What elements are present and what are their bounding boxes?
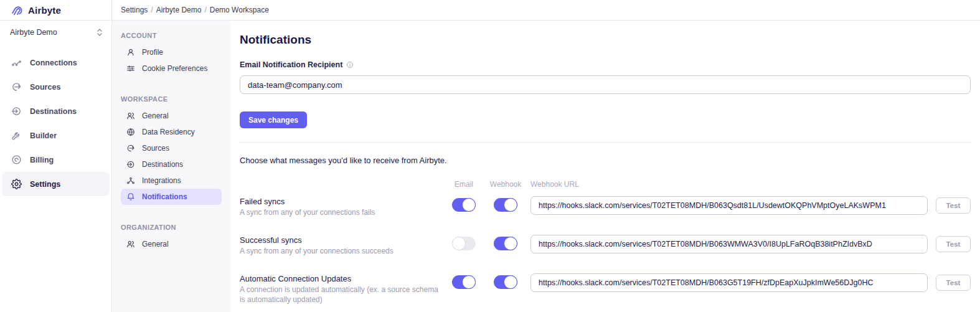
globe-icon	[126, 128, 136, 136]
settings-section-title: ORGANIZATION	[121, 224, 222, 231]
workspace-name: Airbyte Demo	[10, 28, 57, 37]
source-icon	[11, 82, 22, 92]
breadcrumb-item[interactable]: Airbyte Demo	[156, 6, 202, 14]
webhook-toggle[interactable]	[494, 198, 517, 212]
chevron-updown-icon	[97, 28, 103, 37]
settings-section-title: ACCOUNT	[121, 32, 222, 39]
info-icon[interactable]	[346, 61, 354, 69]
notification-description: A connection is updated automatically (e…	[240, 285, 443, 305]
toggle-knob	[462, 275, 476, 289]
main-sidebar: Airbyte Airbyte Demo Connections	[0, 0, 112, 312]
source-icon	[126, 144, 136, 153]
sidebar-item-settings[interactable]: Settings	[2, 172, 110, 196]
settings-nav-label: Data Residency	[142, 128, 195, 136]
toggle-knob	[504, 275, 517, 289]
settings-nav-label: Integrations	[142, 176, 181, 185]
settings-nav-label: Notifications	[142, 192, 187, 201]
sidebar-item-label: Builder	[30, 131, 57, 140]
email-toggle[interactable]	[452, 237, 476, 250]
webhook-url-input[interactable]	[530, 196, 928, 215]
webhook-url-input[interactable]	[530, 273, 928, 292]
settings-nav-item-destinations[interactable]: Destinations	[121, 156, 222, 173]
notifications-table-header: Email Webhook Webhook URL	[240, 180, 971, 189]
settings-nav-item-sources[interactable]: Sources	[121, 140, 222, 156]
users-icon	[126, 240, 136, 248]
toggle-knob	[452, 237, 466, 250]
destination-icon	[126, 160, 136, 169]
test-button[interactable]: Test	[936, 275, 971, 291]
section-divider	[240, 142, 971, 143]
sidebar-item-label: Destinations	[30, 107, 77, 116]
breadcrumb: Settings/Airbyte Demo/Demo Workspace	[121, 6, 269, 14]
settings-nav-item-cookie-preferences[interactable]: Cookie Preferences	[121, 60, 222, 77]
email-toggle[interactable]	[452, 198, 476, 212]
settings-nav-item-notifications[interactable]: Notifications	[121, 189, 222, 205]
settings-nav-item-general[interactable]: General	[121, 108, 222, 124]
breadcrumb-item[interactable]: Settings	[121, 6, 148, 14]
sidebar-item-destinations[interactable]: Destinations	[2, 99, 110, 123]
email-toggle[interactable]	[452, 275, 476, 289]
test-button[interactable]: Test	[936, 197, 971, 214]
airbyte-logo-icon	[10, 3, 24, 17]
coin-icon	[11, 154, 22, 165]
user-icon	[126, 48, 136, 57]
notification-row: Failed syncs A sync from any of your con…	[240, 196, 971, 217]
top-bar: Settings/Airbyte Demo/Demo Workspace	[112, 0, 980, 21]
email-recipient-input[interactable]	[240, 75, 971, 94]
toggle-knob	[462, 198, 476, 212]
sliders-icon	[126, 64, 136, 73]
gear-icon	[11, 179, 22, 189]
airbyte-logo[interactable]: Airbyte	[10, 3, 61, 17]
breadcrumb-separator: /	[151, 6, 153, 14]
notification-title: Failed syncs	[240, 196, 443, 207]
notification-row: Automatic Connection Updates A connectio…	[240, 273, 971, 305]
toggle-knob	[504, 198, 517, 212]
settings-nav-label: General	[142, 240, 169, 248]
webhook-toggle[interactable]	[494, 237, 517, 250]
settings-nav: ACCOUNT Profile	[112, 21, 230, 312]
settings-nav-item-profile[interactable]: Profile	[121, 44, 222, 60]
wrench-icon	[11, 130, 22, 141]
settings-nav-item-org-general[interactable]: General	[121, 236, 222, 252]
sidebar-item-label: Billing	[30, 156, 54, 164]
notification-title: Automatic Connection Updates	[240, 273, 443, 284]
workspace-selector[interactable]: Airbyte Demo	[0, 23, 111, 42]
destination-icon	[11, 106, 22, 116]
sidebar-item-billing[interactable]: Billing	[2, 148, 110, 172]
settings-nav-item-integrations[interactable]: Integrations	[121, 173, 222, 189]
settings-nav-label: Sources	[142, 144, 169, 153]
logo-row: Airbyte	[0, 0, 111, 21]
notification-description: A sync from any of your connections succ…	[240, 246, 443, 256]
sidebar-item-label: Sources	[30, 83, 60, 92]
notifications-page: Notifications Email Notification Recipie…	[230, 21, 980, 312]
column-header-webhook: Webhook	[490, 180, 521, 189]
brand-name: Airbyte	[28, 5, 61, 16]
email-recipient-label: Email Notification Recipient	[240, 60, 342, 69]
settings-nav-label: Destinations	[142, 160, 183, 169]
test-button[interactable]: Test	[936, 236, 971, 252]
notification-description: A sync from any of your connections fail…	[240, 207, 443, 217]
users-icon	[126, 111, 136, 120]
webhook-toggle[interactable]	[494, 275, 517, 289]
notification-row: Successful syncs A sync from any of your…	[240, 235, 971, 256]
connections-icon	[11, 57, 22, 68]
breadcrumb-item[interactable]: Demo Workspace	[210, 6, 269, 14]
settings-nav-label: General	[142, 111, 169, 120]
app-window: Airbyte Airbyte Demo Connections	[0, 0, 980, 312]
webhook-url-input[interactable]	[530, 235, 928, 253]
settings-nav-label: Profile	[142, 48, 163, 57]
sidebar-item-sources[interactable]: Sources	[2, 75, 110, 99]
breadcrumb-separator: /	[204, 6, 206, 14]
toggle-knob	[504, 237, 517, 250]
save-changes-button[interactable]: Save changes	[240, 111, 307, 128]
sidebar-item-label: Settings	[30, 180, 60, 189]
settings-nav-label: Cookie Preferences	[142, 64, 207, 73]
sidebar-item-connections[interactable]: Connections	[2, 50, 110, 75]
sidebar-item-builder[interactable]: Builder	[2, 123, 110, 148]
settings-section-title: WORKSPACE	[121, 95, 222, 103]
column-header-webhook-url: Webhook URL	[530, 180, 579, 189]
sidebar-nav: Connections Sources Destinations	[0, 50, 111, 196]
notification-title: Successful syncs	[240, 235, 443, 245]
settings-nav-item-data-residency[interactable]: Data Residency	[121, 124, 222, 140]
page-title: Notifications	[240, 33, 971, 47]
